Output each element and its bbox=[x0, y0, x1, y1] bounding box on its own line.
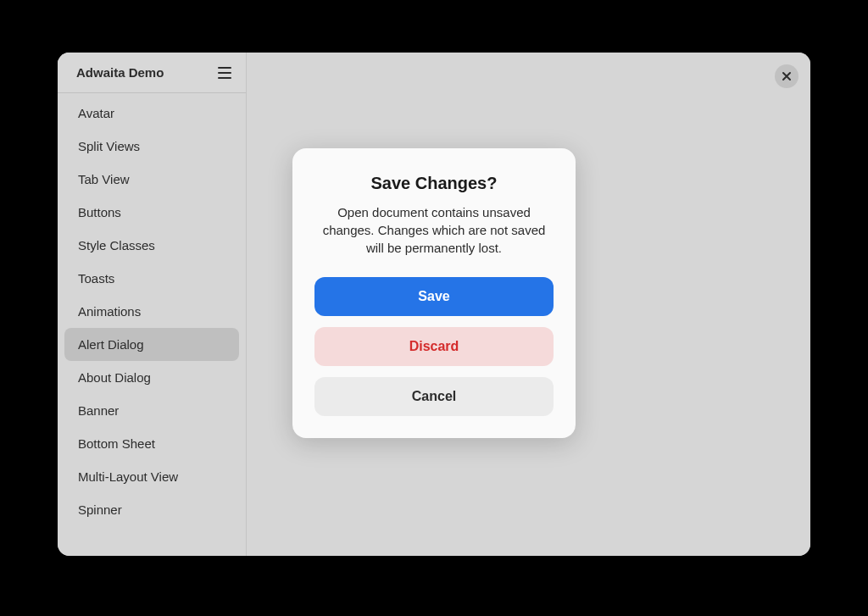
sidebar-item-label: Avatar bbox=[78, 106, 114, 120]
menu-button[interactable] bbox=[214, 62, 236, 84]
save-button[interactable]: Save bbox=[314, 277, 554, 316]
dialog-message: Open document contains unsaved changes. … bbox=[314, 203, 554, 257]
sidebar-item-label: Multi-Layout View bbox=[78, 469, 178, 484]
sidebar-item-bottom-sheet[interactable]: Bottom Sheet bbox=[64, 427, 239, 460]
sidebar-item-label: About Dialog bbox=[78, 370, 151, 385]
sidebar-item-spinner[interactable]: Spinner bbox=[64, 493, 239, 526]
sidebar-item-label: Tab View bbox=[78, 172, 130, 186]
sidebar-header: Adwaita Demo bbox=[58, 53, 246, 93]
sidebar-item-toasts[interactable]: Toasts bbox=[64, 262, 239, 295]
sidebar-item-multi-layout-view[interactable]: Multi-Layout View bbox=[64, 460, 239, 493]
sidebar-item-buttons[interactable]: Buttons bbox=[64, 196, 239, 229]
sidebar-item-tab-view[interactable]: Tab View bbox=[64, 163, 239, 196]
close-button[interactable] bbox=[775, 64, 798, 88]
dialog-title: Save Changes? bbox=[314, 174, 554, 193]
sidebar-list[interactable]: AvatarSplit ViewsTab ViewButtonsStyle Cl… bbox=[58, 93, 246, 556]
sidebar-item-label: Spinner bbox=[78, 502, 122, 517]
discard-button[interactable]: Discard bbox=[314, 327, 554, 366]
sidebar-item-animations[interactable]: Animations bbox=[64, 295, 239, 328]
sidebar-item-label: Toasts bbox=[78, 271, 114, 286]
sidebar: Adwaita Demo AvatarSplit ViewsTab ViewBu… bbox=[58, 53, 247, 556]
sidebar-item-label: Animations bbox=[78, 304, 141, 319]
sidebar-item-style-classes[interactable]: Style Classes bbox=[64, 229, 239, 262]
sidebar-item-label: Bottom Sheet bbox=[78, 436, 155, 451]
sidebar-item-label: Split Views bbox=[78, 139, 140, 153]
cancel-button[interactable]: Cancel bbox=[314, 377, 554, 416]
sidebar-item-label: Alert Dialog bbox=[78, 337, 144, 352]
sidebar-item-label: Style Classes bbox=[78, 238, 155, 253]
sidebar-item-about-dialog[interactable]: About Dialog bbox=[64, 361, 239, 394]
sidebar-item-alert-dialog[interactable]: Alert Dialog bbox=[64, 328, 239, 361]
sidebar-item-label: Buttons bbox=[78, 205, 121, 219]
sidebar-item-avatar[interactable]: Avatar bbox=[64, 97, 239, 130]
alert-dialog: Save Changes? Open document contains uns… bbox=[292, 148, 576, 438]
sidebar-item-label: Banner bbox=[78, 403, 119, 418]
sidebar-item-split-views[interactable]: Split Views bbox=[64, 130, 239, 163]
close-icon bbox=[782, 69, 792, 84]
app-title: Adwaita Demo bbox=[76, 65, 164, 80]
sidebar-item-banner[interactable]: Banner bbox=[64, 394, 239, 427]
hamburger-icon bbox=[218, 67, 231, 79]
